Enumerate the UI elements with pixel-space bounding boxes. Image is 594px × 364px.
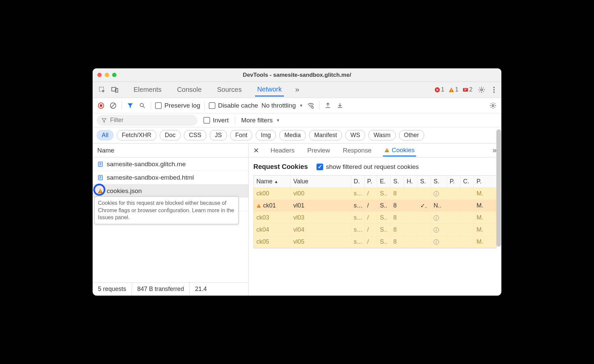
chip-img[interactable]: Img: [256, 130, 276, 140]
status-time: 21.4: [190, 283, 212, 296]
minimize-window-button[interactable]: [105, 73, 109, 77]
device-toggle-icon[interactable]: [109, 86, 120, 94]
filter-row: Filter Invert More filters▼: [93, 113, 501, 127]
info-icon: i: [434, 239, 439, 245]
tab-sources[interactable]: Sources: [215, 83, 244, 96]
more-tabs-icon[interactable]: »: [295, 85, 299, 94]
funnel-icon: [101, 118, 107, 123]
resource-type-chips: All Fetch/XHR Doc CSS JS Font Img Media …: [93, 127, 501, 143]
cookie-row[interactable]: ck01vl01s…/S..8✓.N..M.: [254, 200, 496, 212]
svg-line-14: [111, 103, 115, 108]
window-title: DevTools - samesite-sandbox.glitch.me/: [93, 72, 501, 78]
chip-ws[interactable]: WS: [345, 130, 365, 140]
more-filters-dropdown[interactable]: More filters▼: [241, 117, 280, 124]
document-icon: [97, 161, 103, 167]
clear-button[interactable]: [109, 102, 117, 109]
throttling-dropdown[interactable]: No throttling▼: [261, 102, 303, 109]
tab-headers[interactable]: Headers: [269, 145, 296, 156]
network-toolbar: Preserve log Disable cache No throttling…: [93, 98, 501, 113]
messages-badge[interactable]: 2: [462, 86, 473, 93]
cookie-row[interactable]: ck05vl05s…/S..8iM.: [254, 236, 496, 248]
request-row[interactable]: samesite-sandbox.glitch.me: [93, 158, 248, 171]
upload-har-icon[interactable]: [324, 102, 332, 109]
cookie-row[interactable]: ck04vl04s…/S..8iM.: [254, 224, 496, 236]
record-button[interactable]: [97, 102, 105, 109]
main-tabs: Elements Console Sources Network »: [132, 83, 299, 97]
svg-rect-32: [258, 206, 259, 207]
request-row-selected[interactable]: cookies.json: [93, 184, 248, 198]
main-tabs-row: Elements Console Sources Network » 1 1 2: [93, 82, 501, 98]
tab-cookies[interactable]: Cookies: [383, 144, 416, 157]
svg-rect-30: [387, 151, 387, 151]
status-transferred: 847 B transferred: [132, 283, 190, 296]
svg-rect-4: [451, 89, 452, 90]
info-icon: i: [434, 215, 439, 221]
name-column-header[interactable]: Name: [93, 143, 248, 158]
cookies-table-header[interactable]: Name ▲ Value D. P. E. S. H. S. S. P. C. …: [254, 176, 496, 188]
filter-input[interactable]: Filter: [97, 115, 197, 126]
cookies-blocked-tooltip: Cookies for this request are blocked eit…: [94, 196, 239, 224]
chip-js[interactable]: JS: [210, 130, 227, 140]
zoom-window-button[interactable]: [112, 73, 116, 77]
chip-css[interactable]: CSS: [184, 130, 206, 140]
chip-media[interactable]: Media: [279, 130, 306, 140]
disable-cache-checkbox[interactable]: Disable cache: [209, 102, 258, 109]
svg-point-9: [493, 89, 495, 90]
svg-point-7: [481, 89, 483, 91]
inspect-icon[interactable]: [97, 86, 107, 94]
chip-fetch-xhr[interactable]: Fetch/XHR: [117, 130, 156, 140]
highlight-ring-annotation: [93, 184, 105, 196]
status-requests: 5 requests: [93, 283, 132, 296]
svg-point-10: [493, 92, 495, 93]
status-bar: 5 requests 847 B transferred 21.4: [93, 282, 248, 296]
requests-pane: Name samesite-sandbox.glitch.me samesite…: [93, 143, 249, 296]
filter-funnel-icon[interactable]: [126, 102, 135, 109]
svg-point-18: [492, 105, 494, 107]
chip-other[interactable]: Other: [399, 130, 424, 140]
tab-console[interactable]: Console: [175, 83, 203, 96]
traffic-lights: [97, 73, 116, 77]
tab-response[interactable]: Response: [341, 145, 373, 156]
svg-line-16: [143, 106, 145, 108]
chevron-down-icon: ▼: [276, 118, 280, 123]
close-window-button[interactable]: [97, 73, 102, 77]
svg-rect-5: [451, 91, 452, 92]
info-icon: i: [434, 227, 439, 233]
chip-wasm[interactable]: Wasm: [368, 130, 395, 140]
cookie-row[interactable]: ck00vl00s…/S..8iM.: [254, 188, 496, 200]
chip-all[interactable]: All: [97, 130, 113, 140]
scrollbar-thumb[interactable]: [496, 129, 501, 247]
errors-badge[interactable]: 1: [434, 86, 444, 93]
cookie-row[interactable]: ck03vl03s…/S..8iM.: [254, 212, 496, 224]
close-detail-icon[interactable]: ✕: [253, 146, 259, 155]
chip-doc[interactable]: Doc: [160, 130, 181, 140]
kebab-menu-icon[interactable]: [491, 86, 497, 93]
info-icon: i: [434, 191, 439, 196]
svg-point-17: [312, 106, 314, 108]
chip-manifest[interactable]: Manifest: [309, 130, 342, 140]
preserve-log-checkbox[interactable]: Preserve log: [155, 102, 200, 109]
detail-pane: ✕ Headers Preview Response Cookies » Req…: [249, 143, 501, 296]
download-har-icon[interactable]: [336, 102, 344, 109]
svg-rect-29: [387, 149, 387, 151]
tab-elements[interactable]: Elements: [132, 83, 163, 96]
settings-gear-icon[interactable]: [477, 86, 487, 94]
warnings-badge[interactable]: 1: [448, 86, 458, 93]
tab-network[interactable]: Network: [255, 83, 284, 97]
tab-preview[interactable]: Preview: [306, 145, 332, 156]
search-icon[interactable]: [138, 102, 147, 109]
document-icon: [97, 175, 103, 181]
titlebar: DevTools - samesite-sandbox.glitch.me/: [93, 68, 501, 82]
svg-rect-31: [258, 205, 259, 206]
chip-font[interactable]: Font: [230, 130, 252, 140]
warning-triangle-icon: [384, 147, 390, 153]
show-filtered-cookies-checkbox[interactable]: show filtered out request cookies: [316, 163, 419, 171]
detail-tabs: ✕ Headers Preview Response Cookies »: [249, 143, 501, 158]
network-settings-gear-icon[interactable]: [489, 102, 497, 109]
devtools-window: DevTools - samesite-sandbox.glitch.me/ E…: [93, 68, 501, 296]
request-row[interactable]: samesite-sandbox-embed.html: [93, 171, 248, 184]
svg-rect-12: [100, 104, 102, 107]
invert-checkbox[interactable]: Invert: [203, 117, 229, 124]
sort-asc-icon: ▲: [274, 179, 278, 184]
network-conditions-icon[interactable]: [306, 102, 315, 109]
